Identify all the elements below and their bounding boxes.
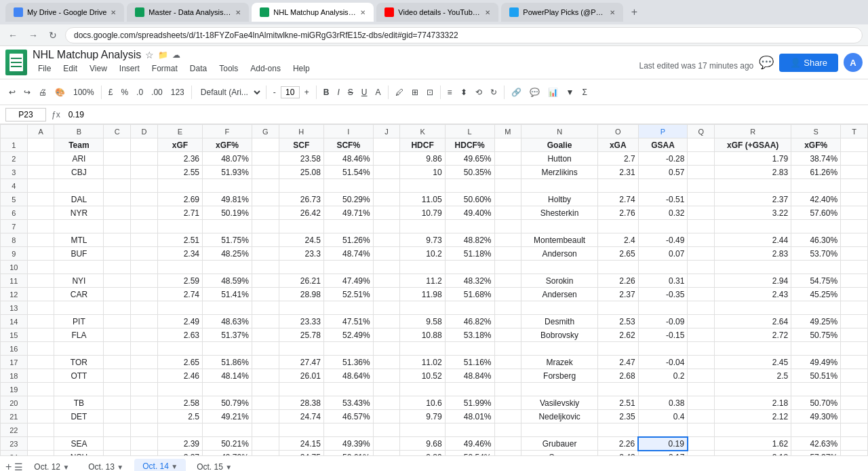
cell-M3[interactable] [494,166,521,179]
cell-E24[interactable]: 2.37 [157,451,202,456]
cell-D2[interactable] [131,152,158,166]
cell-J12[interactable] [373,288,400,301]
col-header-B[interactable]: B [54,125,104,138]
borders-button[interactable]: ⊞ [408,86,422,99]
cell-G22[interactable] [252,423,279,437]
paint-format-button[interactable]: 🎨 [52,86,68,99]
cell-T7[interactable] [841,220,868,233]
cell-O5[interactable]: 2.74 [597,193,638,206]
cell-F14[interactable]: 48.63% [203,315,252,328]
cell-P5[interactable]: -0.51 [638,193,688,206]
cell-T4[interactable] [841,179,868,193]
cell-Q15[interactable] [688,328,715,342]
cell-L6[interactable]: 49.40% [445,206,494,220]
cell-O24[interactable]: 2.43 [597,451,638,456]
cell-K4[interactable] [400,179,445,193]
cell-D16[interactable] [131,342,158,356]
menu-data[interactable]: Data [184,61,212,76]
cell-F17[interactable]: 51.86% [203,356,252,369]
cell-L8[interactable]: 48.82% [445,233,494,247]
cell-R16[interactable] [715,342,791,356]
cell-N19[interactable] [521,383,598,396]
cell-S18[interactable]: 50.51% [791,369,841,383]
cell-H2[interactable]: 23.58 [279,152,323,166]
currency-button[interactable]: £ [105,86,117,99]
cell-D14[interactable] [131,315,158,328]
cell-R9[interactable]: 2.83 [715,247,791,261]
cell-B21[interactable]: DET [54,410,104,423]
cell-P2[interactable]: -0.28 [638,152,688,166]
cell-C24[interactable] [104,451,131,456]
cell-D17[interactable] [131,356,158,369]
cell-Q5[interactable] [688,193,715,206]
cell-H16[interactable] [279,342,323,356]
cell-C3[interactable] [104,166,131,179]
cell-R18[interactable]: 2.5 [715,369,791,383]
cell-E18[interactable]: 2.46 [157,369,202,383]
cell-D3[interactable] [131,166,158,179]
cell-I18[interactable]: 48.64% [323,369,373,383]
cell-O23[interactable]: 2.26 [597,437,638,451]
cell-J5[interactable] [373,193,400,206]
cell-L7[interactable] [445,220,494,233]
cell-L9[interactable]: 51.18% [445,247,494,261]
cell-H9[interactable]: 23.3 [279,247,323,261]
cell-F3[interactable]: 51.93% [203,166,252,179]
cell-D10[interactable] [131,261,158,274]
bold-button[interactable]: B [320,86,333,99]
cell-T18[interactable] [841,369,868,383]
cell-E11[interactable]: 2.59 [157,274,202,288]
cell-K22[interactable] [400,423,445,437]
cell-O6[interactable]: 2.76 [597,206,638,220]
cell-B7[interactable] [54,220,104,233]
cell-R3[interactable]: 2.83 [715,166,791,179]
col-header-R[interactable]: R [715,125,791,138]
cell-E20[interactable]: 2.58 [157,396,202,410]
cell-B3[interactable]: CBJ [54,166,104,179]
cell-B14[interactable]: PIT [54,315,104,328]
cell-H8[interactable]: 24.5 [279,233,323,247]
tab-close[interactable]: ✕ [111,9,116,16]
tab-close[interactable]: ✕ [360,9,366,16]
cell-N8[interactable]: Montembeault [521,233,598,247]
cell-E3[interactable]: 2.55 [157,166,202,179]
cell-A24[interactable] [27,451,54,456]
comment-button[interactable]: 💬 [526,86,543,99]
col-header-P[interactable]: P [638,125,688,138]
cell-K8[interactable]: 9.73 [400,233,445,247]
cell-B6[interactable]: NYR [54,206,104,220]
cell-H21[interactable]: 24.74 [279,410,323,423]
tab-youtube[interactable]: Video details - YouTube Studio ✕ [376,3,498,22]
cell-Q7[interactable] [688,220,715,233]
cell-A5[interactable] [27,193,54,206]
cell-G21[interactable] [252,410,279,423]
cell-A13[interactable] [27,301,54,315]
cell-Q12[interactable] [688,288,715,301]
cell-C6[interactable] [104,206,131,220]
function-button[interactable]: Σ [578,86,590,99]
cell-O21[interactable]: 2.35 [597,410,638,423]
cell-G9[interactable] [252,247,279,261]
cell-J22[interactable] [373,423,400,437]
cell-F15[interactable]: 51.37% [203,328,252,342]
cell-B2[interactable]: ARI [54,152,104,166]
cell-A23[interactable] [27,437,54,451]
cell-I14[interactable]: 47.51% [323,315,373,328]
cell-Q10[interactable] [688,261,715,274]
cell-P24[interactable]: 0.17 [638,451,688,456]
cell-D13[interactable] [131,301,158,315]
cell-N18[interactable]: Forsberg [521,369,598,383]
cell-D22[interactable] [131,423,158,437]
cell-G8[interactable] [252,233,279,247]
cell-E14[interactable]: 2.49 [157,315,202,328]
cell-N10[interactable] [521,261,598,274]
cell-S10[interactable] [791,261,841,274]
cell-C21[interactable] [104,410,131,423]
cell-H7[interactable] [279,220,323,233]
cell-E10[interactable] [157,261,202,274]
cell-C10[interactable] [104,261,131,274]
cell-E5[interactable]: 2.69 [157,193,202,206]
cell-M4[interactable] [494,179,521,193]
cell-T15[interactable] [841,328,868,342]
sheet-tab-oct13[interactable]: Oct. 13 ▼ [80,459,132,472]
